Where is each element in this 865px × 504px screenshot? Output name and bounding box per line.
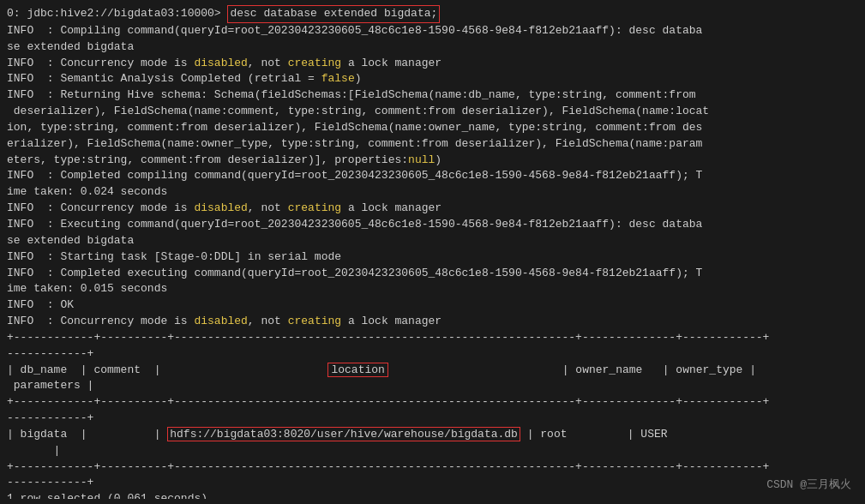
terminal: 0: jdbc:hive2://bigdata03:10000> desc da… (7, 5, 858, 499)
separator-bot: +------------+----------+---------------… (7, 459, 858, 476)
info-line-12: ime taken: 0.024 seconds (7, 184, 858, 201)
info-line-5: INFO : Semantic Analysis Completed (retr… (7, 71, 858, 87)
table-header-row: | db_name | comment | location | owner_n… (7, 363, 858, 379)
info-line-13: INFO : Concurrency mode is disabled, not… (7, 201, 858, 217)
info-line-20: INFO : Concurrency mode is disabled, not… (7, 314, 858, 330)
info-text: se extended bigdata (7, 40, 134, 53)
info-line-9: erializer), FieldSchema(name:owner_type,… (7, 136, 858, 153)
info-line-17: INFO : Completed executing command(query… (7, 266, 858, 282)
info-line-18: ime taken: 0.015 seconds (7, 281, 858, 297)
info-line-2: INFO : Compiling command(queryId=root_20… (7, 23, 858, 39)
info-line-10: eters, type:string, comment:from deseria… (7, 153, 858, 169)
info-line-3: se extended bigdata (7, 39, 858, 56)
result-line: 1 row selected (0.061 seconds) (7, 491, 858, 499)
location-header: location (327, 363, 387, 377)
separator-top2: ------------+ (7, 346, 858, 363)
prompt-text-1: 0: jdbc:hive2://bigdata03:10000> (7, 6, 227, 22)
separator-bot2: ------------+ (7, 475, 858, 491)
separator-mid2: ------------+ (7, 411, 858, 427)
table-header-row2: parameters | (7, 378, 858, 394)
info-line-15: se extended bigdata (7, 233, 858, 249)
separator-mid: +------------+----------+---------------… (7, 394, 858, 411)
separator-top: +------------+----------+---------------… (7, 330, 858, 346)
command-highlight: desc database extended bigdata; (227, 5, 440, 23)
table-data-row2: | (7, 443, 858, 459)
prompt-line-1: 0: jdbc:hive2://bigdata03:10000> desc da… (7, 5, 858, 23)
info-line-7: deserializer), FieldSchema(name:comment,… (7, 104, 858, 120)
csdn-watermark: CSDN @三月枫火 (766, 477, 851, 492)
info-line-19: INFO : OK (7, 297, 858, 314)
table-data-row: | bigdata | | hdfs://bigdata03:8020/user… (7, 427, 858, 443)
info-line-16: INFO : Starting task [Stage-0:DDL] in se… (7, 249, 858, 266)
info-line-11: INFO : Completed compiling command(query… (7, 168, 858, 184)
info-label: INFO : Compiling command(queryId=root_20… (7, 24, 702, 37)
info-line-6: INFO : Returning Hive schema: Schema(fie… (7, 87, 858, 104)
info-line-8: ion, type:string, comment:from deseriali… (7, 120, 858, 136)
info-line-4: INFO : Concurrency mode is disabled, not… (7, 56, 858, 72)
hdfs-path-highlight: hdfs://bigdata03:8020/user/hive/warehous… (167, 427, 520, 441)
info-line-14: INFO : Executing command(queryId=root_20… (7, 217, 858, 233)
info-text: INFO : Concurrency mode is disabled, not… (7, 57, 442, 69)
